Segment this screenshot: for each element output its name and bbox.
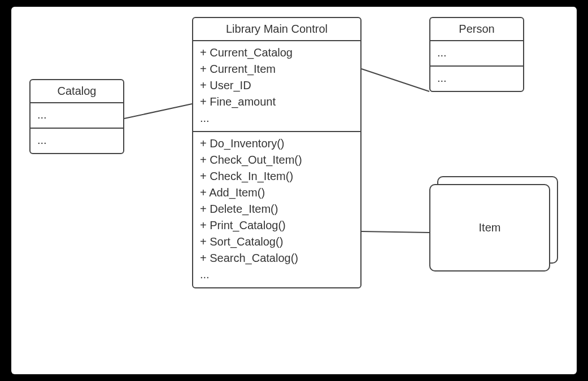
- operation: + Do_Inventory(): [200, 135, 354, 152]
- attribute: + Current_Catalog: [200, 45, 354, 61]
- operation-ellipsis: ...: [37, 132, 116, 148]
- assoc-main-item: [361, 231, 429, 233]
- operation: + Add_Item(): [200, 185, 354, 201]
- attributes-section: ...: [430, 41, 523, 65]
- attribute: + Current_Item: [200, 61, 354, 77]
- operation: + Print_Catalog(): [200, 217, 354, 234]
- class-library-main-control: Library Main Control + Current_Catalog +…: [192, 17, 361, 288]
- attributes-section: ...: [31, 103, 123, 128]
- class-item-stack: Item: [429, 176, 559, 272]
- class-title: Catalog: [31, 80, 123, 103]
- operation-ellipsis: ...: [437, 70, 516, 86]
- operations-section: ...: [31, 128, 123, 153]
- attribute-ellipsis: ...: [37, 107, 116, 123]
- class-title: Library Main Control: [193, 18, 360, 41]
- attribute-ellipsis: ...: [200, 110, 354, 126]
- operation: + Check_Out_Item(): [200, 152, 354, 168]
- attributes-section: + Current_Catalog + Current_Item + User_…: [193, 41, 360, 131]
- operation: + Check_In_Item(): [200, 168, 354, 185]
- operations-section: ...: [430, 65, 523, 91]
- assoc-catalog-main: [124, 104, 192, 119]
- uml-canvas: Library Main Control + Current_Catalog +…: [11, 7, 577, 374]
- operation: + Search_Catalog(): [200, 250, 354, 266]
- operation-ellipsis: ...: [200, 266, 354, 283]
- class-item: Item: [429, 184, 550, 271]
- attribute: + Fine_amount: [200, 94, 354, 110]
- attribute: + User_ID: [200, 77, 354, 94]
- operations-section: + Do_Inventory() + Check_Out_Item() + Ch…: [193, 131, 360, 287]
- assoc-main-person: [361, 69, 429, 91]
- class-title: Item: [479, 221, 501, 234]
- operation: + Delete_Item(): [200, 201, 354, 217]
- attribute-ellipsis: ...: [437, 45, 516, 61]
- class-title: Person: [430, 18, 523, 41]
- operation: + Sort_Catalog(): [200, 234, 354, 250]
- class-catalog: Catalog ... ...: [29, 79, 124, 154]
- class-person: Person ... ...: [429, 17, 524, 92]
